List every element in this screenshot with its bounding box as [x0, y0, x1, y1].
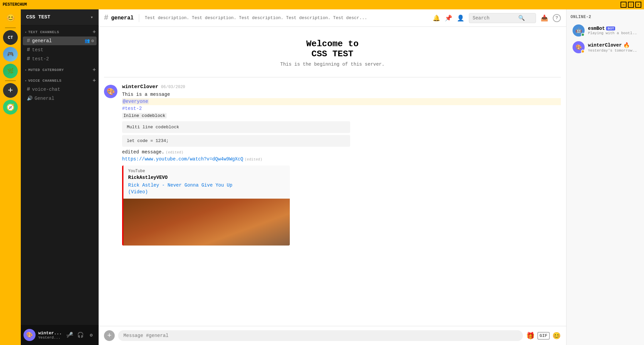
member-item-esmbot[interactable]: 🤖 esmBot BOT Playing with a bootl... — [569, 22, 642, 39]
inline-code: Inline codeblock — [122, 113, 167, 119]
add-muted-channel-button[interactable]: + — [93, 67, 96, 73]
channel-list: ▾ TEXT CHANNELS + # general 👥 ⚙ # test #… — [21, 25, 99, 325]
youtube-link[interactable]: https://www.youtube.com/watch?v=dQw4w9Wg… — [122, 156, 243, 162]
chevron-down-icon: ▾ — [25, 30, 27, 34]
channel-description: Test description. Test description. Test… — [145, 15, 429, 20]
muted-category-label: MUTED CATERGORY — [28, 68, 93, 72]
server-icon-ct[interactable]: CT — [3, 30, 18, 45]
channel-mention[interactable]: #test-2 — [122, 106, 142, 111]
status-dot-esmbot — [581, 33, 585, 37]
bell-icon[interactable]: 🔔 — [433, 14, 440, 22]
channel-name-voice-chat: voice-chat — [32, 87, 94, 92]
online-count-header: ONLINE-2 — [567, 9, 644, 22]
mute-button[interactable]: 🎤 — [65, 330, 74, 340]
add-server-button[interactable]: + — [3, 83, 18, 98]
embed-provider: YouTube — [128, 169, 285, 174]
gif-button[interactable]: GIF — [537, 332, 550, 340]
welcome-section: Welcome toCSS TEST This is the beginning… — [104, 32, 561, 77]
user-actions: 🎤 🎧 ⚙ — [65, 330, 96, 340]
category-voice-channels[interactable]: ▾ VOICE CHANNELS + — [21, 77, 99, 85]
header-divider — [139, 14, 139, 22]
channel-icons: 👥 ⚙ — [85, 38, 94, 44]
main-content: # general Test description. Test descrip… — [99, 9, 566, 345]
message-line-mention: @everyone — [122, 98, 561, 105]
message-author-avatar: 🎨 — [104, 85, 117, 98]
message-username: winterClover — [122, 84, 158, 90]
category-label: TEXT CHANNELS — [28, 30, 93, 34]
deafen-button[interactable]: 🎧 — [76, 330, 85, 340]
top-bar: # general Test description. Test descrip… — [99, 9, 566, 27]
app-title: PESTERCHUM — [3, 2, 27, 7]
channel-item-voice-chat[interactable]: # voice-chat — [23, 85, 97, 94]
message-line-channel: #test-2 — [122, 105, 561, 112]
emoji-button[interactable]: 😊 — [552, 332, 561, 340]
server-icon-s3[interactable]: 🎮 — [3, 47, 18, 62]
hash-icon-test: # — [27, 47, 30, 53]
help-icon[interactable]: ? — [553, 14, 561, 22]
message-group: 🎨 winterClover 06/03/2020 This is a mess… — [104, 84, 561, 248]
edited-tag: (edited) — [166, 150, 183, 154]
category-text-channels[interactable]: ▾ TEXT CHANNELS + — [21, 28, 99, 36]
server-icon-main[interactable]: 😊 — [3, 11, 18, 25]
channel-name-test: test — [32, 47, 94, 53]
close-button[interactable]: ✕ — [635, 2, 641, 8]
user-settings-button[interactable]: ⚙ — [87, 330, 96, 340]
search-icon: 🔍 — [518, 15, 525, 21]
channel-hash-icon: # — [104, 14, 108, 22]
channel-sidebar: CSS TEST ▾ ▾ TEXT CHANNELS + # general 👥… — [21, 9, 99, 345]
current-user-name: winter... — [38, 331, 62, 336]
members-icon[interactable]: 👤 — [457, 14, 464, 22]
current-user-status: Yesterd... — [38, 336, 62, 340]
message-line-inline-code: Inline codeblock — [122, 112, 561, 119]
server-icon-s4[interactable]: 🌿 — [3, 64, 18, 78]
members-icon: 👥 — [85, 38, 90, 44]
gift-icon[interactable]: 🎁 — [526, 332, 535, 340]
code-block-multiline: Multi line codeblock — [122, 121, 350, 133]
user-bar: 🎨 winter... Yesterd... 🎤 🎧 ⚙ — [21, 325, 99, 345]
titlebar-controls: — □ ✕ — [621, 2, 641, 8]
youtube-embed: YouTube RickAstleyVEVO Rick Astley - Nev… — [122, 165, 290, 246]
embed-image — [123, 199, 290, 246]
welcome-subtitle: This is the beginning of this server. — [104, 62, 561, 67]
channel-item-general[interactable]: # general 👥 ⚙ — [23, 37, 97, 45]
inbox-icon[interactable]: 📥 — [541, 14, 548, 22]
titlebar-left: PESTERCHUM — [3, 2, 27, 7]
member-item-winterclover[interactable]: 🎨 winterClover 🔥 Yesterday's tomorrow... — [569, 39, 642, 55]
member-info-winterclover: winterClover 🔥 Yesterday's tomorrow... — [588, 42, 638, 53]
hash-icon-voice-chat: # — [27, 86, 30, 92]
sidebar-divider-2 — [5, 80, 16, 81]
channel-name-general: general — [32, 38, 83, 44]
channel-item-general-voice[interactable]: 🔊 General — [23, 94, 97, 102]
message-link-edited: https://www.youtube.com/watch?v=dQw4w9Wg… — [122, 156, 561, 163]
embed-thumbnail — [123, 199, 290, 246]
category-muted[interactable]: ▾ MUTED CATERGORY + — [21, 66, 99, 74]
minimize-button[interactable]: — — [621, 2, 627, 8]
server-header[interactable]: CSS TEST ▾ — [21, 9, 99, 25]
sidebar-divider — [5, 27, 16, 28]
search-input[interactable] — [473, 15, 516, 21]
channel-title-area: # general — [104, 14, 133, 22]
member-avatar-wrap-winterclover: 🎨 — [573, 41, 585, 53]
status-dot-winterclover — [581, 50, 585, 53]
member-status-esmbot: Playing with a bootl... — [588, 31, 638, 35]
add-channel-button[interactable]: + — [93, 29, 96, 35]
channel-item-test[interactable]: # test — [23, 46, 97, 54]
member-info-esmbot: esmBot BOT Playing with a bootl... — [588, 26, 638, 35]
current-user-avatar: 🎨 — [23, 329, 36, 341]
search-box[interactable]: 🔍 — [469, 13, 536, 23]
message-input[interactable] — [118, 330, 523, 341]
channel-name-general-voice: General — [35, 96, 94, 101]
chevron-down-icon-voice: ▾ — [25, 79, 27, 83]
message-input-area: + 🎁 GIF 😊 — [99, 326, 566, 345]
member-name-esmbot: esmBot — [588, 26, 605, 31]
add-voice-button[interactable]: + — [93, 78, 96, 83]
everyone-mention: @everyone — [122, 99, 149, 104]
channel-item-test2[interactable]: # test-2 — [23, 55, 97, 63]
message-timestamp: 06/03/2020 — [161, 85, 185, 89]
pin-icon[interactable]: 📌 — [445, 14, 452, 22]
right-sidebar: ONLINE-2 🤖 esmBot BOT Playing with a boo… — [566, 9, 644, 345]
add-attachment-button[interactable]: + — [104, 330, 115, 341]
maximize-button[interactable]: □ — [628, 2, 634, 8]
message-edited: edited message.(edited) — [122, 149, 561, 156]
explore-button[interactable]: 🧭 — [3, 100, 18, 115]
